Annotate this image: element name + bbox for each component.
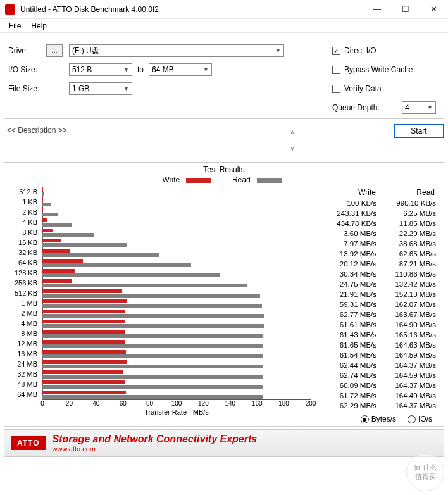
description-spinner[interactable]: ∧ ∨ <box>287 123 297 158</box>
radio-checked-icon <box>361 415 369 423</box>
bar-pair <box>42 379 311 389</box>
table-row: 62.44 MB/s164.37 MB/s <box>317 361 437 372</box>
results-title: Test Results <box>7 165 441 174</box>
read-cell: 164.90 MB/s <box>376 321 436 331</box>
x-tick-label: 100 <box>171 400 182 407</box>
read-cell: 164.59 MB/s <box>376 372 436 382</box>
table-row: 24.75 MB/s132.42 MB/s <box>317 280 437 291</box>
bar-pair <box>42 237 311 247</box>
read-bar <box>42 294 260 298</box>
results-panel: Test Results Write Read 512 B1 KB2 KB4 K… <box>4 162 444 427</box>
y-tick-label: 48 MB <box>7 379 40 389</box>
drive-browse-button[interactable]: ... <box>46 44 63 57</box>
read-cell: 165.16 MB/s <box>376 331 436 341</box>
ios-per-sec-radio[interactable]: IO/s <box>408 415 432 423</box>
bar-pair <box>42 258 311 268</box>
bar-pair <box>42 247 311 258</box>
read-cell: 6.25 MB/s <box>376 210 436 220</box>
iosize-to-select[interactable]: 64 MB ▼ <box>149 63 212 76</box>
table-row: 21.91 MB/s152.13 MB/s <box>317 291 437 301</box>
read-cell: 11.85 MB/s <box>376 220 436 230</box>
drive-label: Drive: <box>8 46 46 55</box>
queue-depth-label: Queue Depth: <box>332 103 380 112</box>
close-button[interactable]: ✕ <box>420 0 448 19</box>
menu-file[interactable]: File <box>4 20 26 32</box>
read-bar <box>42 365 263 368</box>
x-tick-label: 40 <box>92 400 99 407</box>
table-row: 13.92 MB/s62.65 MB/s <box>317 250 437 260</box>
spinner-down-icon[interactable]: ∨ <box>287 141 297 158</box>
table-row: 30.34 MB/s110.86 MB/s <box>317 270 437 280</box>
filesize-select[interactable]: 1 GB ▼ <box>69 82 132 95</box>
drive-select[interactable]: (F:) U盘 ▼ <box>69 44 284 57</box>
chevron-down-icon: ▼ <box>427 104 433 111</box>
table-row: 20.12 MB/s87.21 MB/s <box>317 260 437 270</box>
write-cell: 61.72 MB/s <box>317 392 376 402</box>
write-cell: 20.12 MB/s <box>317 260 376 270</box>
queue-depth-select[interactable]: 4 ▼ <box>402 101 436 114</box>
write-cell: 62.77 MB/s <box>317 311 376 321</box>
x-tick-label: 180 <box>278 400 289 407</box>
bar-pair <box>42 339 311 349</box>
direct-io-checkbox[interactable]: ✓ Direct I/O <box>332 41 376 60</box>
read-bar <box>42 192 44 196</box>
benchmark-chart: 512 B1 KB2 KB4 KB8 KB16 KB32 KB64 KB128 … <box>7 187 317 417</box>
read-cell: 990.10 KB/s <box>376 199 436 210</box>
minimize-button[interactable]: — <box>363 0 391 19</box>
read-cell: 110.86 MB/s <box>376 270 436 280</box>
table-row: 62.29 MB/s164.37 MB/s <box>317 402 437 412</box>
write-bar <box>42 320 125 323</box>
description-input[interactable]: << Description >> <box>4 123 287 158</box>
bar-pair <box>42 217 311 227</box>
legend-write-swatch <box>186 178 211 183</box>
bytes-per-sec-radio[interactable]: Bytes/s <box>361 415 396 423</box>
chevron-down-icon: ▼ <box>123 66 129 73</box>
read-cell: 164.63 MB/s <box>376 341 436 351</box>
read-cell: 62.65 MB/s <box>376 250 436 260</box>
read-cell: 162.07 MB/s <box>376 301 436 311</box>
x-tick-label: 160 <box>252 400 263 407</box>
read-bar <box>42 263 191 267</box>
table-row: 61.72 MB/s164.49 MB/s <box>317 392 437 402</box>
write-cell: 21.91 MB/s <box>317 291 376 301</box>
maximize-button[interactable]: ☐ <box>391 0 420 19</box>
write-bar <box>42 279 72 283</box>
write-bar <box>42 360 127 364</box>
y-tick-label: 16 MB <box>7 349 40 359</box>
write-bar <box>42 350 126 354</box>
x-tick-label: 0 <box>40 400 44 407</box>
bar-pair <box>42 369 311 379</box>
bypass-cache-checkbox[interactable]: Bypass Write Cache <box>332 60 413 79</box>
bar-pair <box>42 207 311 217</box>
y-tick-label: 64 KB <box>7 258 40 268</box>
atto-banner[interactable]: ATTO Storage and Network Connectivity Ex… <box>4 429 444 457</box>
write-bar <box>42 370 123 374</box>
iosize-from-select[interactable]: 512 B ▼ <box>69 63 132 76</box>
y-tick-label: 512 B <box>7 187 40 197</box>
menu-help[interactable]: Help <box>26 20 52 32</box>
read-bar <box>42 354 263 358</box>
read-cell: 38.68 MB/s <box>376 240 436 250</box>
verify-data-checkbox[interactable]: Verify Data <box>332 79 382 98</box>
legend-read-swatch <box>257 178 282 183</box>
write-cell: 30.34 MB/s <box>317 270 376 280</box>
bar-pair <box>42 359 311 369</box>
results-table: Write Read 100 KB/s990.10 KB/s243.31 KB/… <box>317 187 437 423</box>
y-tick-label: 32 KB <box>7 247 40 258</box>
spinner-up-icon[interactable]: ∧ <box>287 123 297 141</box>
read-bar <box>42 334 263 338</box>
write-bar <box>42 310 125 313</box>
y-tick-label: 4 MB <box>7 318 40 329</box>
bar-pair <box>42 318 311 329</box>
write-cell: 59.31 MB/s <box>317 301 376 311</box>
verify-label: Verify Data <box>344 84 382 93</box>
write-bar <box>42 249 70 253</box>
read-cell: 132.42 MB/s <box>376 280 436 291</box>
table-row: 62.77 MB/s163.67 MB/s <box>317 311 437 321</box>
start-button[interactable]: Start <box>394 124 444 138</box>
y-tick-label: 32 MB <box>7 369 40 379</box>
write-bar <box>42 198 43 202</box>
read-bar <box>42 395 263 399</box>
menubar: File Help <box>0 19 448 33</box>
read-cell: 164.59 MB/s <box>376 351 436 361</box>
